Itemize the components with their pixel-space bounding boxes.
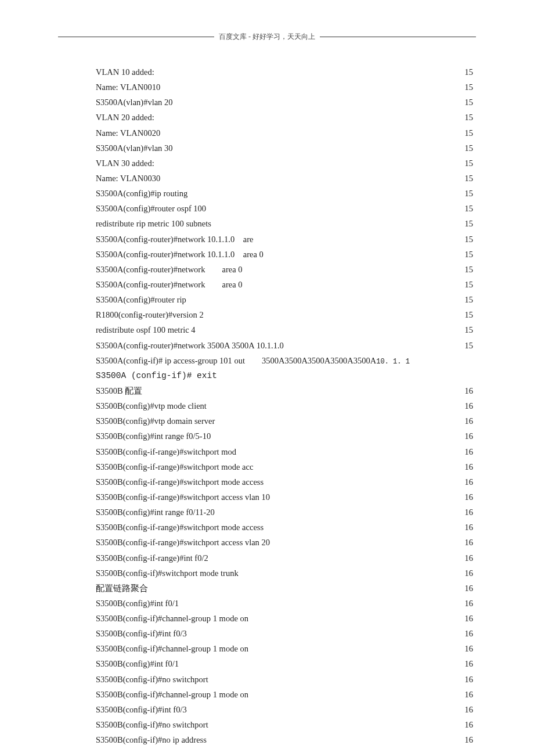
- toc-dot-leader: [239, 446, 462, 455]
- toc-dot-leader: [163, 82, 462, 91]
- toc-entry-page: 15: [465, 339, 474, 353]
- toc-entry: S3500A(config-router)#network area 015: [96, 262, 473, 277]
- toc-dot-leader: [208, 203, 462, 212]
- toc-entry-page: 15: [465, 217, 474, 231]
- toc-entry-page: 15: [465, 156, 474, 171]
- toc-entry-page: 16: [465, 611, 474, 626]
- toc-dot-leader: [266, 249, 463, 257]
- toc-entry-label: VLAN 20 added:: [96, 110, 154, 125]
- toc-entry-label: Name: VLAN0020: [96, 126, 160, 141]
- toc-entry: VLAN 10 added:15: [96, 65, 473, 80]
- toc-entry-page: 15: [465, 247, 474, 262]
- toc-dot-leader: [206, 309, 463, 318]
- toc-entry-label: S3500B(config-if)#int f0/3: [96, 703, 187, 717]
- toc-entry-label: S3500A(vlan)#vlan 30: [96, 141, 173, 156]
- toc-entry-page: 16: [465, 490, 474, 505]
- toc-entry: R1800(config-router)#version 215: [96, 308, 473, 322]
- toc-entry-label: S3500B(config-if-range)#switchport mode …: [96, 460, 253, 474]
- toc-entry: S3500B(config-if-range)#switchport mod16: [96, 445, 473, 459]
- toc-dot-leader: [150, 582, 463, 591]
- toc-entry-page: 16: [465, 445, 474, 459]
- toc-entry-label: S3500A(config-if)# ip access-group 101 o…: [96, 356, 376, 365]
- toc-dot-leader: [157, 112, 463, 121]
- toc-entry-page: 15: [465, 232, 474, 247]
- toc-entry-label: S3500A(config-router)#network area 0: [96, 262, 242, 277]
- toc-dot-leader: [157, 157, 463, 166]
- toc-entry: S3500B(config-if)#no ip address16: [96, 733, 473, 747]
- toc-dot-leader: [175, 142, 463, 151]
- toc-entry-label: Name: VLAN0010: [96, 80, 160, 95]
- toc-entry: S3500B(config)#int range f0/5-1016: [96, 429, 473, 444]
- toc-entry-label: 配置链路聚合: [96, 581, 148, 596]
- toc-entry-label: S3500A(config)#router rip: [96, 293, 186, 307]
- toc-entry: S3500B(config)#vtp domain server16: [96, 414, 473, 429]
- toc-entry-label: S3500A(config-router)#network 10.1.1.0 a…: [96, 247, 264, 262]
- toc-entry: S3500B(config-if)#channel-group 1 mode o…: [96, 611, 473, 626]
- toc-entry-page: 15: [465, 80, 474, 95]
- toc-dot-leader: [255, 233, 462, 242]
- toc-entry-page: 16: [465, 687, 474, 702]
- toc-entry-page: 16: [465, 596, 474, 611]
- toc-dot-leader: [190, 188, 462, 197]
- toc-entry-label: S3500A(config)#router ospf 100: [96, 201, 206, 216]
- toc-dot-leader: [251, 689, 463, 697]
- toc-entry: S3500A(config-router)#network 10.1.1.0 a…: [96, 247, 473, 262]
- toc-entry: S3500B(config)#vtp mode client16: [96, 399, 473, 413]
- toc-entry: S3500A(config)#router ospf 10015: [96, 201, 473, 216]
- toc-entry: S3500B(config)#int range f0/11-2016: [96, 505, 473, 520]
- toc-entry-page: 15: [465, 65, 474, 80]
- toc-entry-label: S3500B(config-if)#channel-group 1 mode o…: [96, 687, 248, 702]
- toc-entry: Name: VLAN003015: [96, 171, 473, 186]
- toc-entry-page: 15: [465, 293, 474, 307]
- toc-entry-page: 16: [465, 460, 474, 474]
- toc-entry: S3500B(config-if)#channel-group 1 mode o…: [96, 687, 473, 702]
- toc-entry: S3500A(config-router)#network 10.1.1.0 a…: [96, 232, 473, 247]
- toc-entry: S3500B(config-if)#channel-group 1 mode o…: [96, 642, 473, 656]
- toc-entry-page: 16: [465, 642, 474, 656]
- toc-entry-page: 16: [465, 551, 474, 566]
- toc-entry: S3500B(config)#int f0/116: [96, 657, 473, 671]
- toc-dot-leader: [217, 507, 463, 516]
- toc-dot-leader: [272, 491, 463, 500]
- toc-entry-page: 15: [465, 201, 474, 216]
- toc-entry: S3500B(config-if-range)#int f0/216: [96, 551, 473, 566]
- toc-dot-leader: [266, 522, 462, 531]
- toc-entry-label: S3500B(config-if)#int f0/3: [96, 627, 187, 641]
- toc-entry-label: S3500B(config)#int range f0/5-10: [96, 429, 211, 444]
- toc-entry: S3500B(config-if-range)#switchport acces…: [96, 535, 473, 550]
- toc-entry-label: S3500A(vlan)#vlan 20: [96, 95, 173, 110]
- toc-entry-label: S3500B(config-if)#no switchport: [96, 672, 208, 687]
- toc-entry: S3500B(config-if)#switchport mode trunk1…: [96, 566, 473, 581]
- toc-entry-page: 16: [465, 581, 474, 596]
- toc-dot-leader: [163, 127, 462, 136]
- toc-entry-label: S3500B(config-if)#channel-group 1 mode o…: [96, 642, 248, 656]
- toc-entry: S3500A(config)#ip routing15: [96, 186, 473, 201]
- toc-dot-leader: [175, 97, 463, 106]
- toc-dot-leader: [181, 658, 463, 667]
- toc-dot-leader: [213, 431, 462, 440]
- page-number: -3: [0, 748, 534, 756]
- toc-entry-page: 16: [465, 672, 474, 687]
- header-rule-left: [58, 37, 214, 37]
- toc-entry-page: 16: [465, 627, 474, 641]
- toc-entry-label: S3500B(config-if-range)#switchport acces…: [96, 490, 270, 505]
- toc-entry-page: 16: [465, 475, 474, 489]
- toc-entry-tail: 10. 1. 1: [376, 358, 410, 366]
- toc-entry-page: 16: [465, 733, 474, 747]
- toc-entry: S3500B(config-if)#int f0/316: [96, 703, 473, 717]
- toc-entry: Name: VLAN002015: [96, 126, 473, 141]
- toc-dot-leader: [163, 172, 462, 181]
- toc-dot-leader: [189, 628, 463, 637]
- toc-dot-leader: [244, 279, 462, 287]
- toc-entry: S3500B(config-if-range)#switchport mode …: [96, 520, 473, 535]
- toc-entry-label: S3500A(config)#ip routing: [96, 186, 187, 201]
- toc-entry-page: 16: [465, 399, 474, 413]
- toc-entry-page: 16: [465, 718, 474, 732]
- toc-entry-label: S3500B(config-if-range)#switchport mode …: [96, 475, 264, 489]
- toc-entry-page: 16: [465, 414, 474, 429]
- toc-entry: S3500B(config-if)#no switchport16: [96, 718, 473, 732]
- toc-entry-label: S3500A(config-router)#network 10.1.1.0 a…: [96, 232, 253, 247]
- toc-entry: S3500B(config-if-range)#switchport acces…: [96, 490, 473, 505]
- toc-entry-label: R1800(config-router)#version 2: [96, 308, 204, 322]
- toc-entry-page: 15: [465, 141, 474, 156]
